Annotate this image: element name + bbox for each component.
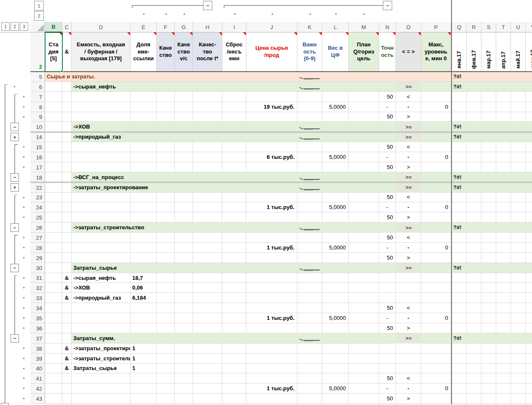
cell-G15[interactable] (175, 142, 193, 152)
cell-E39[interactable]: 1 (131, 354, 157, 364)
cell-F40[interactable] (157, 364, 175, 374)
cell-V42[interactable] (526, 384, 532, 394)
cell-B15[interactable] (45, 142, 62, 152)
cell-E16[interactable] (131, 152, 157, 162)
cell-L33[interactable] (322, 293, 349, 303)
row-header-23[interactable]: 23 (30, 193, 45, 203)
cell-I40[interactable] (222, 364, 246, 374)
cell-M29[interactable] (349, 253, 379, 263)
cell-C28[interactable] (62, 243, 72, 253)
cell-H28[interactable] (193, 243, 222, 253)
cell-H43[interactable] (193, 394, 222, 404)
row-header-14[interactable]: 14 (30, 132, 45, 142)
cell-D16[interactable] (72, 152, 131, 162)
cell-B32[interactable] (45, 283, 62, 293)
cell-U17[interactable] (511, 162, 526, 172)
cell-K23[interactable] (297, 193, 322, 203)
cell-H16[interactable] (193, 152, 222, 162)
cell-L42[interactable]: 5,0000 (322, 384, 349, 394)
cell-O31[interactable] (396, 273, 421, 283)
cell-K28[interactable] (297, 243, 322, 253)
selection-fill-handle[interactable] (61, 70, 63, 72)
cell-S35[interactable] (481, 313, 496, 323)
header-cell-J[interactable]: Цена сырья /прод (246, 32, 297, 72)
cell-T16[interactable] (496, 152, 511, 162)
row-outline-collapse-button-18[interactable]: − (11, 173, 19, 182)
cell-K42[interactable] (297, 384, 322, 394)
cell-F23[interactable] (157, 193, 175, 203)
cell-T35[interactable] (496, 313, 511, 323)
cell-C23[interactable] (62, 193, 72, 203)
cell-J34[interactable] (246, 303, 297, 313)
cell-J43[interactable] (246, 394, 297, 404)
cell-O22[interactable]: >= (396, 182, 421, 193)
cell-F32[interactable] (157, 283, 175, 293)
cell-V39[interactable] (526, 354, 532, 364)
cell-D35[interactable] (72, 313, 131, 323)
cell-L35[interactable]: 5,0000 (322, 313, 349, 323)
cell-S34[interactable] (481, 303, 496, 313)
cell-L7[interactable] (322, 92, 349, 102)
cell-C26[interactable] (62, 223, 72, 233)
cell-O35[interactable]: - (396, 313, 421, 323)
cell-S25[interactable] (481, 212, 496, 223)
col-outline-collapse-button-N[interactable]: − (383, 1, 392, 10)
cell-L34[interactable] (322, 303, 349, 313)
cell-M35[interactable] (349, 313, 379, 323)
cell-S24[interactable] (481, 202, 496, 212)
cell-O14[interactable]: >= (396, 132, 421, 142)
cell-T33[interactable] (496, 293, 511, 303)
cell-O26[interactable]: >= (396, 223, 421, 233)
cell-Q35[interactable] (452, 313, 467, 323)
cell-D41[interactable] (72, 373, 131, 384)
cell-O29[interactable]: > (396, 253, 421, 263)
cell-O30[interactable]: >= (396, 263, 421, 273)
header-cell-Q[interactable]: янв.17 (452, 32, 467, 72)
cell-I27[interactable] (222, 233, 246, 243)
cell-J17[interactable] (246, 162, 297, 172)
cell-I36[interactable] (222, 323, 246, 333)
cell-O38[interactable] (396, 343, 421, 354)
cell-R40[interactable] (467, 364, 481, 374)
cell-U23[interactable] (511, 193, 526, 203)
cell-D34[interactable] (72, 303, 131, 313)
cell-Q41[interactable] (452, 373, 467, 384)
cell-B24[interactable] (45, 202, 62, 212)
cell-V43[interactable] (526, 394, 532, 404)
cell-I15[interactable] (222, 142, 246, 152)
cell-K43[interactable] (297, 394, 322, 404)
cell-L31[interactable] (322, 273, 349, 283)
cell-Q8[interactable] (452, 102, 467, 112)
cell-H8[interactable] (193, 102, 222, 112)
cell-D18[interactable]: ->ВСГ_на_процесс (73, 172, 284, 182)
cell-K27[interactable] (297, 233, 322, 243)
header-cell-U[interactable]: май.17 (511, 32, 526, 72)
cell-I25[interactable] (222, 212, 246, 223)
cell-I33[interactable] (222, 293, 246, 303)
cell-U24[interactable] (511, 202, 526, 212)
cell-B42[interactable] (45, 384, 62, 394)
row-outline-collapse-button-30[interactable]: − (11, 264, 19, 272)
row-header-37[interactable]: 37 (30, 333, 45, 343)
cell-N7[interactable]: 50 (379, 92, 396, 102)
cell-D17[interactable] (72, 162, 131, 172)
cell-H40[interactable] (193, 364, 222, 374)
cell-B22[interactable] (45, 182, 62, 193)
cell-H35[interactable] (193, 313, 222, 323)
cell-T15[interactable] (496, 142, 511, 152)
cell-R38[interactable] (467, 343, 481, 354)
cell-P42[interactable]: 0 (421, 384, 451, 394)
cell-N25[interactable]: 50 (379, 212, 396, 223)
cell-H23[interactable] (193, 193, 222, 203)
cell-P7[interactable] (421, 92, 451, 102)
cell-Q28[interactable] (452, 243, 467, 253)
cell-P25[interactable] (421, 212, 451, 223)
cell-K41[interactable] (297, 373, 322, 384)
cell-N31[interactable] (379, 273, 396, 283)
row-header-15[interactable]: 15 (30, 142, 45, 152)
cell-F31[interactable] (157, 273, 175, 283)
header-cell-V[interactable]: июн.17 (526, 32, 532, 72)
row-header-7[interactable]: 7 (30, 92, 45, 102)
col-header-U[interactable]: U (511, 22, 526, 32)
cell-V36[interactable] (526, 323, 532, 333)
